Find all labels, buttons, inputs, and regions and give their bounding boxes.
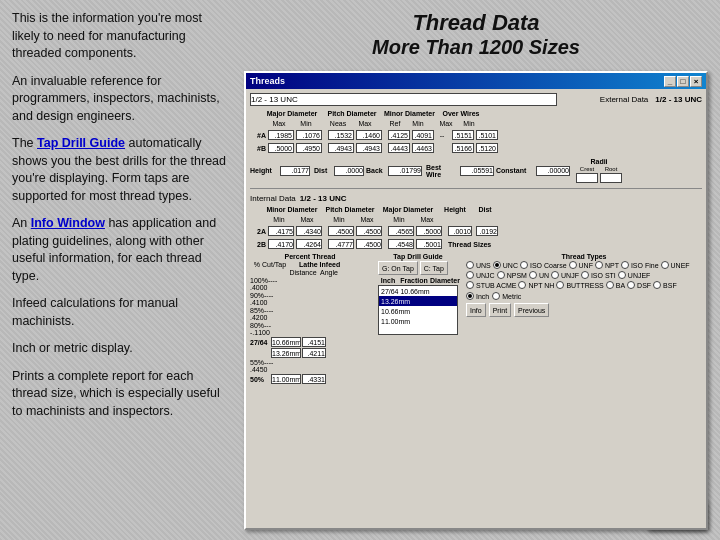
pitch-neas-label: Neas: [325, 120, 351, 127]
int-2a-max-minor[interactable]: [296, 226, 322, 236]
bsf-label: BSF: [663, 282, 677, 289]
major-max-label: Max: [266, 120, 292, 127]
row-a-pitch-max[interactable]: [356, 130, 382, 140]
int-subheader-row: Min Max Min Max Min Max: [266, 216, 702, 223]
int-2a-dist[interactable]: [476, 226, 498, 236]
int-2b-min-minor[interactable]: [268, 239, 294, 249]
tap-drill-link[interactable]: Tap Drill Guide: [37, 136, 125, 150]
para-metric: Inch or metric display.: [12, 340, 232, 358]
tap-drill-buttons[interactable]: G: On Tap C: Tap: [378, 261, 458, 275]
radio-iso-fine[interactable]: ISO Fine: [621, 261, 659, 269]
radio-bsf[interactable]: BSF: [653, 281, 677, 289]
window-controls[interactable]: _ □ ×: [664, 76, 702, 87]
radio-ba[interactable]: BA: [606, 281, 625, 289]
int-height-header: Height: [440, 206, 470, 213]
row-b-minor-ref[interactable]: [388, 143, 410, 153]
row-a-pitch-neas[interactable]: [328, 130, 354, 140]
radio-acme[interactable]: STUB ACME: [466, 281, 516, 289]
radio-unjef[interactable]: UNJEF: [618, 271, 651, 279]
radio-unf[interactable]: UNF: [569, 261, 593, 269]
row-b-pitch-max[interactable]: [356, 143, 382, 153]
int-2b-min-major[interactable]: [388, 239, 414, 249]
int-2a-min-minor[interactable]: [268, 226, 294, 236]
tap-drill-item-2[interactable]: 13.26mm: [379, 296, 457, 306]
c-tap-btn[interactable]: C: Tap: [420, 261, 448, 275]
radio-metric[interactable]: Metric: [492, 292, 521, 300]
int-2b-min-pitch[interactable]: [328, 239, 354, 249]
tap-drill-item-3[interactable]: 10.66mm: [379, 306, 457, 316]
angle-2764[interactable]: [302, 337, 326, 347]
unf-label: UNF: [579, 262, 593, 269]
back-val[interactable]: [388, 166, 422, 176]
bestwire-val[interactable]: [460, 166, 494, 176]
crest-val[interactable]: [576, 173, 598, 183]
radio-un[interactable]: UN: [529, 271, 549, 279]
info-button[interactable]: Info: [466, 303, 486, 317]
int-2b-max-major[interactable]: [416, 239, 442, 249]
int-2a-max-pitch[interactable]: [356, 226, 382, 236]
radio-dsf[interactable]: DSF: [627, 281, 651, 289]
int-min-label: Min: [266, 216, 292, 223]
maximize-button[interactable]: □: [677, 76, 689, 87]
infeed-row-50: 50%: [250, 374, 370, 384]
row-a-major-max[interactable]: [268, 130, 294, 140]
radio-unjr[interactable]: BUTTRESS: [556, 281, 603, 289]
row-a-dash: --: [436, 132, 448, 139]
infeed-row-85: 80%----.1100: [250, 322, 370, 336]
radio-inch[interactable]: Inch: [466, 292, 489, 300]
row-a-major-min[interactable]: [296, 130, 322, 140]
int-2a-min-major[interactable]: [388, 226, 414, 236]
int-2a-min-pitch[interactable]: [328, 226, 354, 236]
radio-unjc[interactable]: UNJC: [466, 271, 495, 279]
radio-unef[interactable]: UNEF: [661, 261, 690, 269]
int-2a-max-major[interactable]: [416, 226, 442, 236]
radio-npt-nh[interactable]: NPT NH: [518, 281, 554, 289]
height-val[interactable]: [280, 166, 310, 176]
row-a-wires-min[interactable]: [476, 130, 498, 140]
row-b-major-max[interactable]: [268, 143, 294, 153]
minimize-button[interactable]: _: [664, 76, 676, 87]
acme-label: STUB ACME: [476, 282, 516, 289]
dist-2764[interactable]: [271, 337, 301, 347]
row-b-major-min[interactable]: [296, 143, 322, 153]
radio-iso-coarse[interactable]: ISO Coarse: [520, 261, 567, 269]
diameter-col: Diameter: [430, 277, 454, 284]
int-2a-height[interactable]: [448, 226, 472, 236]
row-a-minor-ref[interactable]: [388, 130, 410, 140]
previous-button[interactable]: Previous: [514, 303, 549, 317]
tap-on-btn[interactable]: G: On Tap: [378, 261, 418, 275]
constant-val[interactable]: [536, 166, 570, 176]
major-subheaders: Max Min: [266, 120, 319, 127]
thread-search-input[interactable]: [250, 93, 557, 106]
radio-npsm[interactable]: NPSM: [497, 271, 527, 279]
radio-unc[interactable]: UNC: [493, 261, 518, 269]
row-b-wires-max[interactable]: [452, 143, 474, 153]
int-2b-max-minor[interactable]: [296, 239, 322, 249]
row-a-wires-max[interactable]: [452, 130, 474, 140]
page-subtitle: More Than 1200 Sizes: [244, 36, 708, 59]
angle-50[interactable]: [302, 374, 326, 384]
para-infeed: Infeed calculations for manual machinist…: [12, 295, 232, 330]
root-val[interactable]: [600, 173, 622, 183]
row-a-minor-min[interactable]: [412, 130, 434, 140]
close-button[interactable]: ×: [690, 76, 702, 87]
tap-drill-item-4[interactable]: 11.00mm: [379, 316, 457, 326]
left-column: This is the information you're most like…: [12, 10, 232, 530]
info-window-link[interactable]: Info Window: [31, 216, 105, 230]
row-b-wires-min[interactable]: [476, 143, 498, 153]
int-2b-max-pitch[interactable]: [356, 239, 382, 249]
angle-blank1[interactable]: [302, 348, 326, 358]
tap-drill-list[interactable]: 27/64 10.66mm 13.26mm 10.66mm 11.00mm: [378, 285, 458, 335]
radio-iso-sti[interactable]: ISO STI: [581, 271, 616, 279]
print-button[interactable]: Print: [489, 303, 511, 317]
radio-npt[interactable]: NPT: [595, 261, 619, 269]
dist-val[interactable]: [334, 166, 364, 176]
radio-uns[interactable]: UNS: [466, 261, 491, 269]
row-b-minor-min[interactable]: [412, 143, 434, 153]
radio-unjf[interactable]: UNJF: [551, 271, 579, 279]
dist-blank1[interactable]: [271, 348, 301, 358]
row-b-pitch-neas[interactable]: [328, 143, 354, 153]
dist-50[interactable]: [271, 374, 301, 384]
display-radio-group: Inch Metric: [466, 292, 702, 300]
tap-drill-item-1[interactable]: 27/64 10.66mm: [379, 286, 457, 296]
